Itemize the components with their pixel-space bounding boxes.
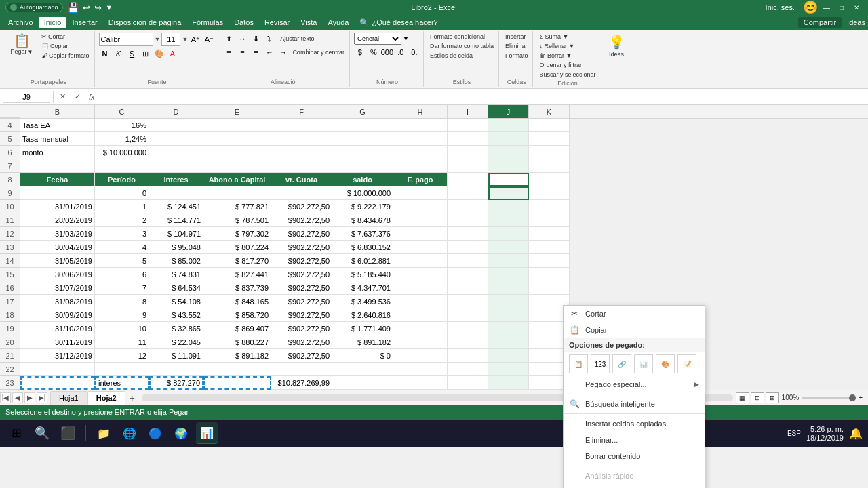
buscar-seleccionar-button[interactable]: Buscar y seleccionar bbox=[537, 70, 597, 79]
chrome-button[interactable]: 🌐 bbox=[119, 422, 140, 444]
cell-b13[interactable]: 30/04/2019 bbox=[20, 241, 95, 254]
formato-condicional-button[interactable]: Formato condicional bbox=[428, 33, 487, 41]
cell-j9-active[interactable] bbox=[488, 173, 529, 186]
fill-color-button[interactable]: 🎨 bbox=[153, 47, 165, 60]
text-direction-button[interactable]: ⤵ bbox=[263, 33, 275, 45]
grid-scroll-area[interactable]: 4 Tasa EA 16% 5 Tasa mensual 1,24% bbox=[0, 119, 868, 390]
cell-k12[interactable] bbox=[529, 227, 570, 241]
col-header-e[interactable]: E bbox=[203, 105, 271, 118]
quick-access-more[interactable]: ▼ bbox=[106, 3, 113, 12]
col-header-d[interactable]: D bbox=[149, 105, 203, 118]
user-avatar[interactable]: 😊 bbox=[803, 0, 818, 15]
cell-k4[interactable] bbox=[529, 119, 570, 132]
normal-view-button[interactable]: ▦ bbox=[736, 392, 749, 403]
cell-b5[interactable]: Tasa mensual bbox=[20, 132, 95, 146]
cell-j7[interactable] bbox=[488, 159, 529, 173]
cell-i23[interactable] bbox=[448, 376, 488, 390]
cell-b10[interactable]: 31/01/2019 bbox=[20, 200, 95, 214]
cell-g10[interactable]: $ 9.222.179 bbox=[332, 200, 393, 214]
cell-i5[interactable] bbox=[448, 132, 488, 146]
cell-g8[interactable]: saldo bbox=[332, 173, 393, 186]
combinar-button[interactable]: Combinar y centrar bbox=[290, 48, 347, 56]
search-taskbar-button[interactable]: 🔍 bbox=[31, 422, 53, 444]
cell-i4[interactable] bbox=[448, 119, 488, 132]
cell-h6[interactable] bbox=[393, 146, 448, 159]
cell-c7[interactable] bbox=[95, 159, 149, 173]
col-header-b[interactable]: B bbox=[20, 105, 95, 118]
cell-f18[interactable]: $902.272,50 bbox=[271, 308, 332, 322]
col-header-k[interactable]: K bbox=[529, 105, 570, 118]
excel-taskbar-button[interactable]: 📊 bbox=[196, 422, 218, 444]
cell-k13[interactable] bbox=[529, 241, 570, 254]
cell-b9[interactable] bbox=[20, 186, 95, 200]
cell-h5[interactable] bbox=[393, 132, 448, 146]
cell-b8[interactable]: Fecha bbox=[20, 173, 95, 186]
cell-g7[interactable] bbox=[332, 159, 393, 173]
cell-h18[interactable] bbox=[393, 308, 448, 322]
cell-e17[interactable]: $ 848.165 bbox=[203, 295, 271, 308]
taskview-button[interactable]: ⬛ bbox=[57, 422, 79, 444]
cell-e8[interactable]: Abono a Capital bbox=[203, 173, 271, 186]
cell-j5[interactable] bbox=[488, 132, 529, 146]
cell-j11[interactable] bbox=[488, 214, 529, 227]
cell-i13[interactable] bbox=[448, 241, 488, 254]
border-button[interactable]: ⊞ bbox=[140, 47, 152, 60]
paste-opt-2[interactable]: 123 bbox=[591, 354, 610, 373]
cell-i7[interactable] bbox=[448, 159, 488, 173]
cell-c20[interactable]: 11 bbox=[95, 336, 149, 349]
ideas-ribbon-button[interactable]: 💡 Ideas bbox=[606, 33, 628, 59]
cell-j23[interactable] bbox=[488, 376, 529, 390]
align-top-button[interactable]: ⬆ bbox=[222, 33, 235, 45]
cell-c12[interactable]: 3 bbox=[95, 227, 149, 241]
cell-f13[interactable]: $902.272,50 bbox=[271, 241, 332, 254]
cell-i18[interactable] bbox=[448, 308, 488, 322]
ajustar-texto-button[interactable]: Ajustar texto bbox=[277, 33, 317, 45]
cell-c13[interactable]: 4 bbox=[95, 241, 149, 254]
cell-j19[interactable] bbox=[488, 322, 529, 336]
cell-j12[interactable] bbox=[488, 227, 529, 241]
menu-datos[interactable]: Datos bbox=[229, 17, 259, 28]
cell-h7[interactable] bbox=[393, 159, 448, 173]
ctx-cortar[interactable]: ✂ Cortar bbox=[564, 306, 705, 322]
cell-d18[interactable]: $ 43.552 bbox=[149, 308, 203, 322]
cell-f23[interactable]: $10.827.269,99 bbox=[271, 376, 332, 390]
paste-opt-3[interactable]: 🔗 bbox=[612, 354, 631, 373]
cell-d9[interactable] bbox=[149, 186, 203, 200]
cell-g5[interactable] bbox=[332, 132, 393, 146]
cell-j21[interactable] bbox=[488, 349, 529, 363]
col-header-c[interactable]: C bbox=[95, 105, 149, 118]
cell-c5[interactable]: 1,24% bbox=[95, 132, 149, 146]
cell-d4[interactable] bbox=[149, 119, 203, 132]
cell-b4[interactable]: Tasa EA bbox=[20, 119, 95, 132]
undo-button[interactable]: ↩ bbox=[83, 3, 90, 13]
menu-revisar[interactable]: Revisar bbox=[259, 17, 295, 28]
sheet-nav-last[interactable]: ▶| bbox=[37, 392, 47, 403]
cell-c18[interactable]: 9 bbox=[95, 308, 149, 322]
cell-c15[interactable]: 6 bbox=[95, 268, 149, 281]
cell-j13[interactable] bbox=[488, 241, 529, 254]
percent-button[interactable]: % bbox=[368, 46, 380, 58]
cell-g13[interactable]: $ 6.830.152 bbox=[332, 241, 393, 254]
cell-j15[interactable] bbox=[488, 268, 529, 281]
cell-b11[interactable]: 28/02/2019 bbox=[20, 214, 95, 227]
cell-d10[interactable]: $ 124.451 bbox=[149, 200, 203, 214]
cell-g11[interactable]: $ 8.434.678 bbox=[332, 214, 393, 227]
page-break-view-button[interactable]: ⊞ bbox=[766, 392, 779, 403]
cell-g19[interactable]: $ 1.771.409 bbox=[332, 322, 393, 336]
cell-e12[interactable]: $ 797.302 bbox=[203, 227, 271, 241]
cell-k16[interactable] bbox=[529, 281, 570, 295]
cell-e20[interactable]: $ 880.227 bbox=[203, 336, 271, 349]
cell-j10[interactable] bbox=[488, 200, 529, 214]
cell-k5[interactable] bbox=[529, 132, 570, 146]
share-button[interactable]: Compartir bbox=[798, 17, 842, 28]
ctx-copiar[interactable]: 📋 Copiar bbox=[564, 322, 705, 338]
add-sheet-button[interactable]: + bbox=[125, 391, 139, 405]
cell-f11[interactable]: $902.272,50 bbox=[271, 214, 332, 227]
cell-c17[interactable]: 8 bbox=[95, 295, 149, 308]
cell-d8[interactable]: interes bbox=[149, 173, 203, 186]
cell-k7[interactable] bbox=[529, 159, 570, 173]
cell-h13[interactable] bbox=[393, 241, 448, 254]
align-middle-button[interactable]: ↔ bbox=[236, 33, 248, 45]
cell-k9[interactable] bbox=[529, 186, 570, 200]
align-left-button[interactable]: ≡ bbox=[222, 46, 235, 58]
